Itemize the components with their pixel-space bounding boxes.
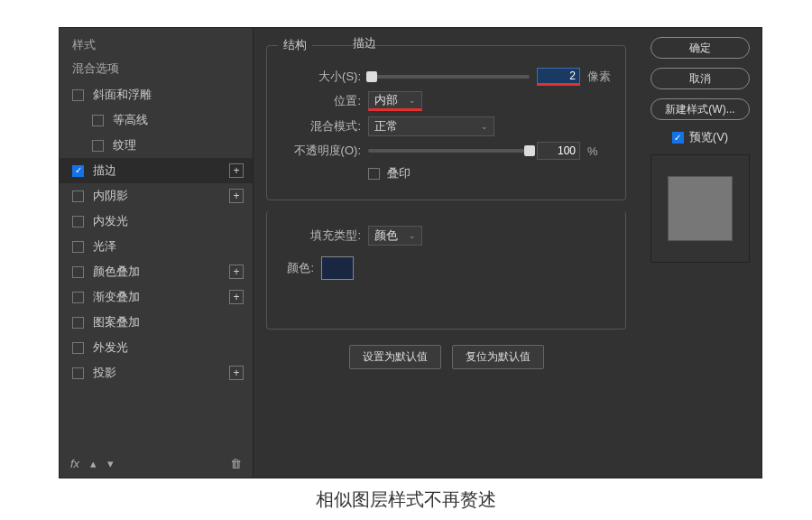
opacity-label: 不透明度(O): [278, 143, 361, 159]
preview-box [651, 154, 750, 263]
opacity-slider[interactable] [368, 149, 530, 153]
checkbox-icon[interactable] [92, 140, 104, 152]
sidebar-item-gradientoverlay[interactable]: 渐变叠加+ [60, 284, 253, 310]
color-swatch[interactable] [321, 256, 354, 280]
sidebar-item-label: 纹理 [113, 137, 136, 153]
structure-legend: 结构 [278, 37, 312, 53]
sidebar-item-label: 图案叠加 [93, 314, 140, 330]
filltype-select[interactable]: 颜色⌄ [368, 226, 422, 246]
ok-button[interactable]: 确定 [651, 37, 750, 59]
caption-text: 相似图层样式不再赘述 [0, 488, 812, 512]
sidebar-item-label: 外发光 [93, 339, 128, 356]
color-label: 颜色: [278, 260, 314, 276]
checkbox-icon[interactable] [72, 367, 84, 379]
overprint-checkbox[interactable] [368, 168, 380, 180]
sidebar-item-coloroverlay[interactable]: 颜色叠加+ [60, 259, 253, 284]
preview-label: 预览(V) [689, 129, 728, 145]
arrow-up-icon[interactable]: ▴ [90, 457, 97, 470]
sidebar-item-label: 内发光 [93, 213, 128, 229]
blend-options-header[interactable]: 混合选项 [60, 59, 253, 82]
position-select[interactable]: 内部⌄ [368, 91, 422, 111]
sidebar-item-innershadow[interactable]: 内阴影+ [60, 183, 253, 209]
fx-icon[interactable]: fx [70, 457, 79, 470]
select-value: 颜色 [374, 228, 398, 244]
fill-group: 填充类型: 颜色⌄ 颜色: [266, 211, 626, 330]
styles-header: 样式 [60, 28, 253, 59]
preview-toggle[interactable]: ✓ 预览(V) [672, 129, 728, 145]
sidebar-item-outerglow[interactable]: 外发光 [60, 335, 253, 360]
add-icon[interactable]: + [229, 366, 244, 380]
sidebar-item-label: 渐变叠加 [93, 289, 140, 305]
reset-default-button[interactable]: 复位为默认值 [452, 345, 544, 369]
set-default-button[interactable]: 设置为默认值 [349, 345, 441, 369]
trash-icon[interactable]: 🗑 [230, 457, 242, 470]
checkbox-icon[interactable] [92, 115, 104, 126]
preview-swatch [668, 176, 733, 241]
newstyle-button[interactable]: 新建样式(W)... [651, 98, 750, 120]
blendmode-select[interactable]: 正常⌄ [368, 116, 494, 136]
checkbox-icon[interactable] [72, 241, 84, 253]
add-icon[interactable]: + [229, 265, 244, 279]
action-row: 设置为默认值 复位为默认值 [266, 345, 626, 369]
overprint-label: 叠印 [387, 165, 411, 181]
sidebar-item-label: 投影 [93, 365, 116, 381]
sidebar-item-patternoverlay[interactable]: 图案叠加 [60, 310, 253, 335]
add-icon[interactable]: + [229, 189, 244, 203]
sidebar-item-satin[interactable]: 光泽 [60, 234, 253, 259]
size-slider[interactable] [368, 75, 530, 79]
sidebar-item-label: 内阴影 [93, 188, 128, 204]
select-value: 正常 [374, 118, 398, 135]
main-panel: 结构 大小(S): 像素 位置: 内部⌄ 混合模式: 正常⌄ 不透明度(O): … [254, 28, 639, 478]
checkbox-icon[interactable] [72, 89, 84, 101]
sidebar-item-label: 等高线 [113, 112, 148, 128]
chevron-down-icon: ⌄ [409, 96, 416, 105]
structure-group: 结构 大小(S): 像素 位置: 内部⌄ 混合模式: 正常⌄ 不透明度(O): … [266, 37, 626, 200]
checkbox-icon[interactable] [72, 190, 84, 202]
chevron-down-icon: ⌄ [481, 122, 488, 131]
cancel-button[interactable]: 取消 [651, 68, 750, 89]
arrow-down-icon[interactable]: ▾ [107, 457, 114, 470]
panel-title: 描边 [353, 35, 376, 51]
sidebar-item-label: 光泽 [93, 238, 116, 255]
sidebar-item-contour[interactable]: 等高线 [60, 107, 253, 133]
size-input[interactable] [537, 68, 580, 86]
filltype-label: 填充类型: [278, 228, 361, 244]
right-panel: 确定 取消 新建样式(W)... ✓ 预览(V) [639, 28, 761, 478]
sidebar-item-innerglow[interactable]: 内发光 [60, 209, 253, 234]
sidebar: 样式 混合选项 斜面和浮雕 等高线 纹理 ✓描边+ 内阴影+ 内发光 光泽 颜色… [60, 28, 254, 478]
size-unit: 像素 [587, 69, 614, 85]
add-icon[interactable]: + [229, 290, 244, 304]
chevron-down-icon: ⌄ [409, 231, 416, 240]
opacity-unit: % [587, 144, 614, 158]
sidebar-item-texture[interactable]: 纹理 [60, 133, 253, 158]
sidebar-item-bevel[interactable]: 斜面和浮雕 [60, 82, 253, 107]
sidebar-item-dropshadow[interactable]: 投影+ [60, 360, 253, 385]
checkbox-icon[interactable]: ✓ [72, 165, 84, 177]
opacity-input[interactable] [537, 142, 580, 160]
sidebar-item-label: 斜面和浮雕 [93, 87, 152, 103]
sidebar-item-stroke[interactable]: ✓描边+ [60, 158, 253, 183]
sidebar-footer: fx ▴ ▾ 🗑 [60, 450, 253, 478]
add-icon[interactable]: + [229, 163, 244, 178]
checkbox-icon[interactable] [72, 216, 84, 228]
checkbox-icon[interactable] [72, 342, 84, 354]
position-label: 位置: [278, 93, 361, 109]
size-label: 大小(S): [278, 69, 361, 85]
sidebar-item-label: 描边 [93, 162, 116, 179]
blendmode-label: 混合模式: [278, 118, 361, 135]
checkbox-icon[interactable] [72, 266, 84, 278]
checkbox-icon[interactable] [72, 292, 84, 303]
select-value: 内部 [374, 92, 398, 108]
checkbox-icon[interactable] [72, 317, 84, 329]
sidebar-item-label: 颜色叠加 [93, 264, 140, 280]
checkbox-icon[interactable]: ✓ [672, 132, 684, 144]
